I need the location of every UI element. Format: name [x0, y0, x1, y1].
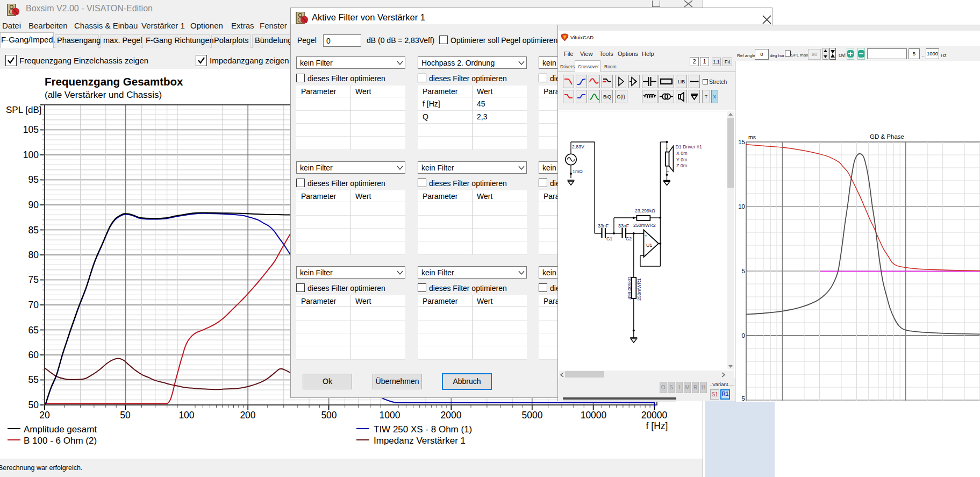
svg-text:10000: 10000 — [581, 410, 607, 421]
svg-text:5000: 5000 — [522, 410, 543, 421]
svg-text:1000: 1000 — [380, 410, 400, 421]
svg-text:f [Hz]: f [Hz] — [646, 421, 668, 431]
svg-text:ms: ms — [748, 134, 756, 140]
svg-text:500: 500 — [321, 410, 337, 421]
svg-text:2000: 2000 — [441, 410, 462, 421]
svg-text:50: 50 — [120, 410, 131, 421]
svg-text:200: 200 — [240, 410, 255, 421]
svg-text:20000: 20000 — [641, 410, 668, 421]
svg-text:GD & Phase: GD & Phase — [870, 133, 904, 140]
svg-text:10: 10 — [738, 203, 745, 210]
svg-text:5: 5 — [742, 395, 745, 402]
svg-text:5: 5 — [742, 268, 745, 274]
svg-text:20: 20 — [39, 410, 50, 421]
svg-text:15: 15 — [738, 139, 745, 145]
svg-text:100: 100 — [178, 410, 194, 421]
svg-text:0: 0 — [742, 332, 745, 339]
